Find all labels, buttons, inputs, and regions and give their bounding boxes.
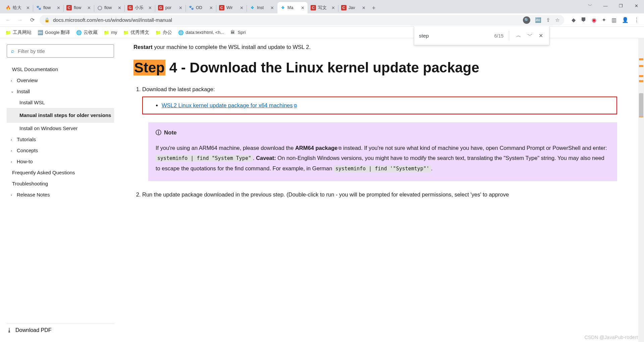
external-link-icon: ⧉ [338,146,341,151]
ext-icon-1[interactable]: ◆ [572,17,576,23]
sidepanel-icon[interactable]: ▥ [611,17,616,23]
tab-close-icon[interactable]: ✕ [239,5,244,10]
star-icon[interactable]: ☆ [555,17,559,23]
tab-close-icon[interactable]: ✕ [300,5,305,10]
download-pdf-button[interactable]: ⭳ Download PDF [7,324,114,337]
browser-tab[interactable]: 🔥给大✕ [3,2,33,13]
tab-close-icon[interactable]: ✕ [361,5,366,10]
find-input[interactable] [419,33,491,39]
bookmark-item[interactable]: 🌐云收藏 [76,30,98,36]
tab-favicon: ❖ [280,5,285,10]
tab-title: 写文 [318,5,329,11]
tab-close-icon[interactable]: ✕ [87,5,91,10]
browser-tab[interactable]: 🐾OD✕ [186,2,216,13]
extension-icons: ◆ ⛊ ◉ ✦ ▥ 👤 ⋮ [567,17,641,23]
tab-close-icon[interactable]: ✕ [25,5,30,10]
browser-tab[interactable]: CWir✕ [216,2,247,13]
forward-button[interactable]: → [15,15,25,25]
kernel-download-link[interactable]: WSL2 Linux kernel update package for x64… [162,102,297,108]
tab-title: Wir [226,5,237,10]
tab-close-icon[interactable]: ✕ [331,5,335,10]
bookmark-favicon: 🌐 [178,30,183,35]
profile-avatar[interactable]: 👤 [622,17,629,23]
bookmark-item[interactable]: 🌐data:text/html, <h... [178,30,224,35]
translate-icon[interactable]: 🔤 [535,17,541,23]
find-next-button[interactable]: ﹀ [526,31,534,41]
extensions-icon[interactable]: ✦ [602,17,606,23]
minimize-button[interactable]: ― [598,0,613,11]
share-icon[interactable]: ⇪ [546,17,550,23]
search-in-page-icon[interactable]: 🔍 [523,16,530,24]
watermark: CSDN @JavaPub-rodert [585,335,638,340]
chevron-right-icon: › [11,193,15,197]
nav-overview[interactable]: ›Overview [7,75,114,86]
browser-tab[interactable]: Cflow✕ [64,2,94,13]
filter-input[interactable] [18,48,110,54]
find-marker [639,58,643,60]
browser-tab[interactable]: 🐾flow✕ [33,2,63,13]
tab-close-icon[interactable]: ✕ [209,5,213,10]
nav-release[interactable]: ›Release Notes [7,189,114,200]
filter-box[interactable]: ⌕ [7,44,114,58]
nav-manual-install[interactable]: Manual install steps for older versions [7,108,114,123]
tabs-dropdown-icon[interactable]: ﹀ [582,0,598,11]
tab-close-icon[interactable]: ✕ [270,5,274,10]
address-bar[interactable]: 🔒 docs.microsoft.com/en-us/windows/wsl/i… [40,15,564,25]
bookmark-label: 优秀博文 [130,30,149,36]
tab-favicon: 🔥 [5,5,11,10]
bookmark-favicon: 🏛 [230,30,235,35]
scrollbar-track[interactable] [638,38,644,342]
nav-install[interactable]: ⌄Install [7,86,114,97]
ext-icon-2[interactable]: ⛊ [581,17,586,23]
bookmark-favicon: 🔤 [38,30,43,35]
nav-concepts[interactable]: ›Concepts [7,145,114,156]
back-button[interactable]: ← [3,15,13,25]
browser-tab[interactable]: CJav✕ [338,2,369,13]
ext-icon-weibo[interactable]: ◉ [592,17,596,23]
browser-tab[interactable]: ◯flow✕ [94,2,124,13]
nav-install-wsl[interactable]: Install WSL [7,97,114,108]
nav-faq[interactable]: Frequently Asked Questions [7,167,114,178]
browser-tab[interactable]: ❖Inst✕ [247,2,277,13]
tabstrip: 🔥给大✕🐾flow✕Cflow✕◯flow✕G小乐✕Gpor✕🐾OD✕CWir✕… [0,0,644,13]
chrome-menu-icon[interactable]: ⋮ [634,17,639,23]
tab-favicon: C [311,5,316,10]
bookmark-item[interactable]: 📁工具网站 [5,30,32,36]
tab-close-icon[interactable]: ✕ [56,5,61,10]
tab-favicon: C [219,5,224,10]
nav-howto[interactable]: ›How-to [7,156,114,167]
tab-close-icon[interactable]: ✕ [117,5,122,10]
bookmark-label: 云收藏 [84,30,98,36]
find-prev-button[interactable]: ︿ [515,31,523,41]
nav-install-server[interactable]: Install on Windows Server [7,123,114,134]
nav-root[interactable]: WSL Documentation [7,64,114,75]
browser-tab[interactable]: ❖Ma✕ [277,2,308,13]
new-tab-button[interactable]: + [372,5,376,12]
bookmark-item[interactable]: 🏛Spri [230,30,246,35]
download-icon: ⭳ [7,327,12,333]
filter-icon: ⌕ [11,48,14,54]
reload-button[interactable]: ⟳ [28,15,37,25]
browser-tab[interactable]: C写文✕ [308,2,338,13]
article-content: Restart your machine to complete the WSL… [121,38,644,342]
bookmark-favicon: 🌐 [76,30,82,35]
bookmark-item[interactable]: 📁优秀博文 [123,30,149,36]
bookmark-item[interactable]: 📁办公 [155,30,172,36]
scrollbar-thumb[interactable] [639,93,643,117]
tab-close-icon[interactable]: ✕ [178,5,183,10]
nav-tutorials[interactable]: ›Tutorials [7,134,114,145]
download-pdf-label: Download PDF [15,327,52,333]
external-link-icon: ⧉ [294,103,297,108]
tab-title: Inst [257,5,268,10]
close-window-button[interactable]: ✕ [629,0,644,11]
maximize-button[interactable]: ❐ [613,0,629,11]
browser-tab[interactable]: G小乐✕ [125,2,155,13]
tab-close-icon[interactable]: ✕ [148,5,152,10]
nav-trouble[interactable]: Troubleshooting [7,178,114,189]
bookmark-item[interactable]: 🔤Google 翻译 [38,30,70,36]
browser-tab[interactable]: Gpor✕ [155,2,185,13]
bookmark-label: data:text/html, <h... [185,30,224,35]
bookmark-favicon: 📁 [123,30,128,35]
bookmark-item[interactable]: 📁my [104,30,117,35]
find-close-button[interactable]: ✕ [537,31,544,40]
